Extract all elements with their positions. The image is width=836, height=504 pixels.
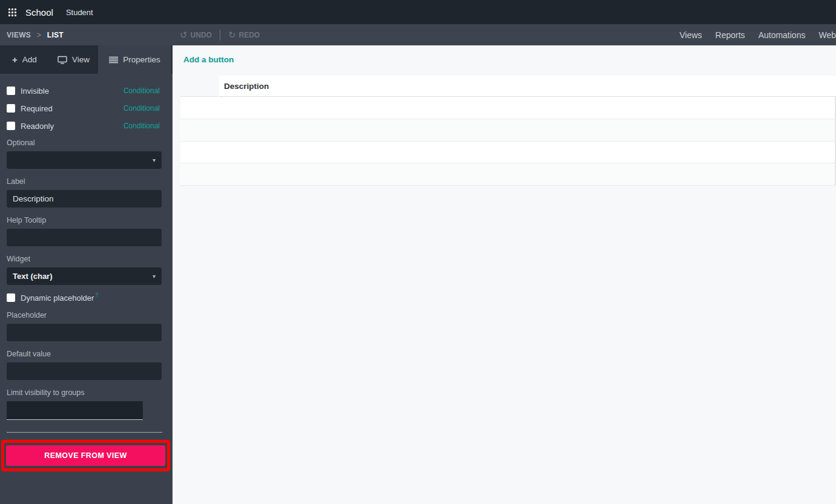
optional-label: Optional [7, 139, 162, 148]
undo-redo-group: ↺ UNDO ↻ REDO [180, 24, 260, 45]
tab-view-label: View [72, 55, 90, 64]
required-label: Required [21, 104, 53, 113]
limit-visibility-group: Limit visibility to groups [7, 388, 162, 420]
tab-view[interactable]: View [49, 45, 98, 74]
widget-group: Widget Text (char) ▾ [7, 255, 162, 285]
widget-select-value: Text (char) [13, 272, 53, 281]
select-all-header-cell[interactable] [180, 76, 218, 97]
readonly-label: Readonly [21, 122, 54, 131]
chevron-down-icon: ▾ [153, 157, 156, 163]
invisible-label: Invisible [21, 87, 49, 96]
toggle-row-required: Required Conditional [7, 103, 162, 113]
properties-panel: Invisible Conditional Required Condition… [0, 86, 173, 471]
nav-item-automations[interactable]: Automations [759, 30, 806, 40]
breadcrumb-list: LIST [47, 31, 64, 39]
breadcrumb-separator: > [37, 31, 41, 39]
menu-item-student[interactable]: Student [66, 8, 93, 17]
studio-edit-bar: VIEWS > LIST ↺ UNDO ↻ REDO Views Reports… [0, 24, 836, 45]
help-tooltip-group: Help Tooltip [7, 216, 162, 246]
toggle-row-invisible: Invisible Conditional [7, 86, 162, 96]
studio-view-editor: School Student VIEWS > LIST ↺ UNDO ↻ RED… [0, 0, 836, 504]
limit-visibility-input[interactable] [7, 401, 143, 420]
undo-redo-divider [220, 30, 220, 41]
default-value-label: Default value [7, 350, 162, 359]
widget-select[interactable]: Text (char) ▾ [7, 267, 162, 285]
table-row [180, 97, 835, 119]
list-view-table: Description [180, 76, 836, 186]
plus-icon: + [12, 55, 18, 64]
placeholder-input[interactable] [7, 324, 162, 341]
label-input[interactable] [7, 190, 162, 208]
view-editor-canvas: Add a button Description [173, 45, 836, 504]
chevron-down-icon: ▾ [153, 273, 156, 280]
help-tooltip-input[interactable] [7, 229, 162, 246]
redo-button[interactable]: ↻ REDO [228, 30, 260, 39]
remove-from-view-button[interactable]: REMOVE FROM VIEW [6, 445, 165, 466]
invisible-conditional-link[interactable]: Conditional [123, 87, 160, 95]
dynamic-placeholder-checkbox[interactable] [7, 293, 15, 302]
default-value-input[interactable] [7, 362, 162, 380]
add-a-button-link[interactable]: Add a button [183, 55, 234, 64]
redo-label: REDO [239, 31, 260, 39]
widget-label: Widget [7, 255, 162, 264]
optional-group: Optional ▾ [7, 139, 162, 169]
label-field-label: Label [7, 177, 162, 186]
tab-properties-label: Properties [123, 55, 160, 64]
placeholder-group: Placeholder [7, 311, 162, 341]
tab-add-label: Add [22, 55, 37, 64]
tab-add[interactable]: + Add [0, 45, 49, 74]
undo-icon: ↺ [180, 30, 188, 39]
sidebar-tabbar: + Add View [0, 45, 173, 74]
undo-label: UNDO [191, 31, 212, 39]
table-header-row: Description [180, 76, 836, 97]
readonly-conditional-link[interactable]: Conditional [123, 122, 160, 130]
placeholder-label: Placeholder [7, 311, 162, 320]
table-row [180, 119, 835, 142]
table-row [180, 163, 835, 186]
invisible-checkbox[interactable] [7, 87, 15, 95]
annotation-highlight-box: REMOVE FROM VIEW [1, 440, 170, 471]
limit-visibility-label: Limit visibility to groups [7, 388, 162, 398]
required-checkbox[interactable] [7, 104, 15, 113]
optional-select[interactable]: ▾ [7, 151, 162, 169]
nav-item-web[interactable]: Web [818, 30, 836, 40]
toggle-row-readonly: Readonly Conditional [7, 121, 162, 131]
list-icon [109, 56, 118, 64]
breadcrumb-views[interactable]: VIEWS [7, 31, 31, 39]
studio-nav: Views Reports Automations Web [680, 24, 836, 45]
table-row [180, 142, 835, 164]
monitor-icon [58, 56, 67, 64]
sidebar-divider [7, 432, 162, 433]
redo-icon: ↻ [228, 30, 236, 39]
tab-properties[interactable]: Properties [98, 45, 171, 74]
breadcrumb: VIEWS > LIST [7, 31, 64, 39]
table-body [180, 97, 836, 186]
nav-item-views[interactable]: Views [680, 30, 702, 40]
help-tooltip-label: Help Tooltip [7, 216, 162, 225]
help-question-icon[interactable]: ? [95, 292, 98, 298]
required-conditional-link[interactable]: Conditional [123, 104, 160, 113]
label-group: Label [7, 177, 162, 208]
app-name[interactable]: School [25, 7, 53, 18]
column-header-description[interactable]: Description [219, 76, 836, 97]
apps-menu-icon[interactable] [8, 8, 16, 16]
dynamic-placeholder-row: Dynamic placeholder ? [7, 293, 162, 303]
dynamic-placeholder-label: Dynamic placeholder [21, 293, 94, 303]
default-value-group: Default value [7, 350, 162, 380]
nav-item-reports[interactable]: Reports [716, 30, 745, 40]
properties-sidebar: + Add View [0, 45, 173, 504]
readonly-checkbox[interactable] [7, 122, 15, 130]
top-app-bar: School Student [0, 0, 836, 24]
undo-button[interactable]: ↺ UNDO [180, 30, 212, 39]
